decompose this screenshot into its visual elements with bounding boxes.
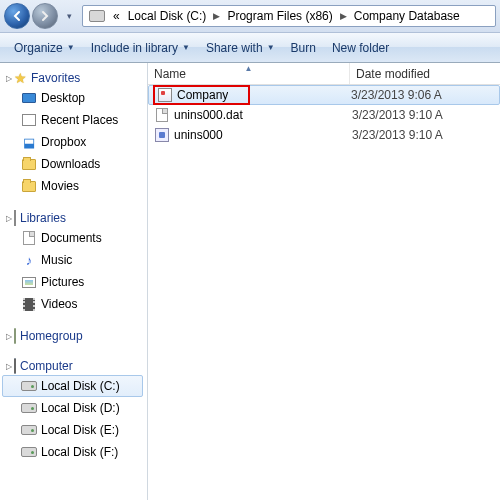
sidebar-item-dropbox[interactable]: ⬓Dropbox [2, 131, 143, 153]
favorites-label: Favorites [31, 71, 80, 85]
sidebar-item-drive-f[interactable]: Local Disk (F:) [2, 441, 143, 463]
collapse-icon: ▷ [6, 74, 12, 83]
breadcrumb-seg-0[interactable]: Local Disk (C:) [124, 6, 211, 26]
file-name: unins000.dat [174, 108, 352, 122]
libraries-label: Libraries [20, 211, 66, 225]
file-list[interactable]: Company 3/23/2013 9:06 A unins000.dat 3/… [148, 85, 500, 500]
dropbox-icon: ⬓ [21, 134, 37, 150]
sidebar: ▷ ★ Favorites Desktop Recent Places ⬓Dro… [0, 63, 148, 500]
sidebar-item-documents[interactable]: Documents [2, 227, 143, 249]
breadcrumb[interactable]: « Local Disk (C:) ▶ Program Files (x86) … [82, 5, 496, 27]
sidebar-item-pictures[interactable]: Pictures [2, 271, 143, 293]
file-date: 3/23/2013 9:10 A [352, 128, 496, 142]
file-row[interactable]: unins000 3/23/2013 9:10 A [148, 125, 500, 145]
annotation-highlight: Company [153, 85, 250, 105]
file-row[interactable]: Company 3/23/2013 9:06 A [148, 85, 500, 105]
homegroup-icon [14, 328, 16, 344]
nav-buttons: ▾ [4, 3, 76, 29]
collapse-icon: ▷ [6, 214, 12, 223]
sidebar-item-drive-d[interactable]: Local Disk (D:) [2, 397, 143, 419]
sidebar-group-homegroup[interactable]: ▷ Homegroup [2, 325, 147, 345]
breadcrumb-seg-1[interactable]: Program Files (x86) [223, 6, 336, 26]
homegroup-label: Homegroup [20, 329, 83, 343]
breadcrumb-drive-icon [85, 6, 109, 26]
recent-icon [22, 114, 36, 126]
forward-button[interactable] [32, 3, 58, 29]
file-pane: Name ▲ Date modified Company 3/23/2013 9… [148, 63, 500, 500]
drive-icon [21, 381, 37, 391]
titlebar: ▾ « Local Disk (C:) ▶ Program Files (x86… [0, 0, 500, 33]
share-with-button[interactable]: Share with▼ [198, 33, 283, 62]
breadcrumb-overflow[interactable]: « [109, 6, 124, 26]
libraries-icon [14, 210, 16, 226]
sidebar-item-drive-e[interactable]: Local Disk (E:) [2, 419, 143, 441]
drive-icon [21, 447, 37, 457]
pictures-icon [22, 277, 36, 288]
chevron-right-icon[interactable]: ▶ [337, 11, 350, 21]
file-date: 3/23/2013 9:10 A [352, 108, 496, 122]
toolbar: Organize▼ Include in library▼ Share with… [0, 33, 500, 63]
sort-asc-icon: ▲ [245, 64, 253, 73]
computer-icon [14, 358, 16, 374]
burn-button[interactable]: Burn [283, 33, 324, 62]
computer-label: Computer [20, 359, 73, 373]
uninstaller-icon [155, 128, 169, 142]
organize-button[interactable]: Organize▼ [6, 33, 83, 62]
column-date-modified[interactable]: Date modified [350, 63, 500, 84]
nav-history-dropdown[interactable]: ▾ [62, 5, 76, 27]
file-name: Company [177, 88, 228, 102]
document-icon [23, 231, 35, 245]
column-name[interactable]: Name ▲ [148, 63, 350, 84]
file-icon [156, 108, 168, 122]
new-folder-button[interactable]: New folder [324, 33, 397, 62]
file-row[interactable]: unins000.dat 3/23/2013 9:10 A [148, 105, 500, 125]
collapse-icon: ▷ [6, 332, 12, 341]
sidebar-item-downloads[interactable]: Downloads [2, 153, 143, 175]
drive-icon [21, 425, 37, 435]
sidebar-group-favorites[interactable]: ▷ ★ Favorites [2, 67, 147, 87]
videos-icon [23, 298, 35, 311]
sidebar-item-desktop[interactable]: Desktop [2, 87, 143, 109]
breadcrumb-seg-2[interactable]: Company Database [350, 6, 464, 26]
desktop-icon [22, 93, 36, 103]
folder-icon [22, 159, 36, 170]
chevron-right-icon[interactable]: ▶ [210, 11, 223, 21]
application-icon [158, 88, 172, 102]
collapse-icon: ▷ [6, 362, 12, 371]
file-name: unins000 [174, 128, 352, 142]
include-in-library-button[interactable]: Include in library▼ [83, 33, 198, 62]
sidebar-item-videos[interactable]: Videos [2, 293, 143, 315]
star-icon: ★ [14, 71, 27, 85]
music-icon: ♪ [21, 252, 37, 268]
sidebar-item-drive-c[interactable]: Local Disk (C:) [2, 375, 143, 397]
sidebar-group-computer[interactable]: ▷ Computer [2, 355, 147, 375]
sidebar-item-music[interactable]: ♪Music [2, 249, 143, 271]
sidebar-item-recent-places[interactable]: Recent Places [2, 109, 143, 131]
sidebar-item-movies[interactable]: Movies [2, 175, 143, 197]
back-button[interactable] [4, 3, 30, 29]
column-headers: Name ▲ Date modified [148, 63, 500, 85]
sidebar-group-libraries[interactable]: ▷ Libraries [2, 207, 147, 227]
drive-icon [21, 403, 37, 413]
folder-icon [22, 181, 36, 192]
file-date: 3/23/2013 9:06 A [351, 88, 495, 102]
